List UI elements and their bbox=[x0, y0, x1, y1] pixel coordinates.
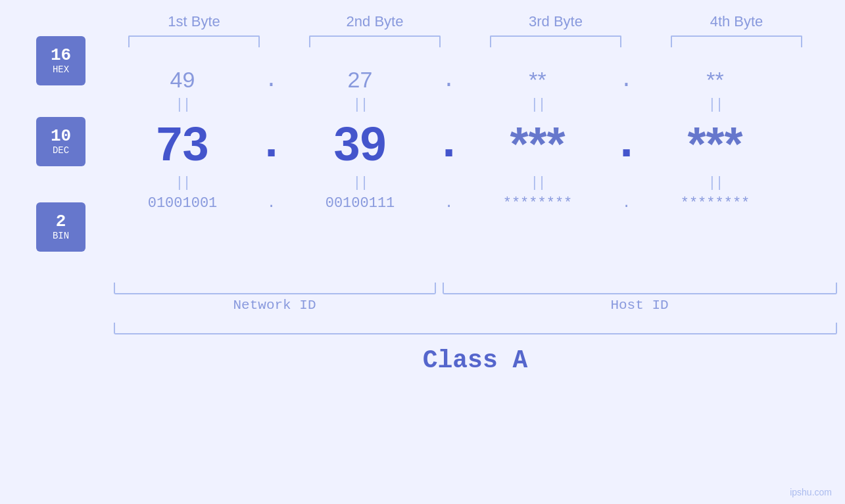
class-label: Class A bbox=[114, 341, 837, 380]
eq1-byte4: || bbox=[643, 97, 788, 113]
bin-dot2: . bbox=[433, 195, 466, 212]
dec-dot2: . bbox=[433, 117, 466, 171]
bin-dot3: . bbox=[610, 195, 643, 212]
byte3-header: 3rd Byte bbox=[483, 13, 628, 30]
hex-row: 49 . 27 . ** . ** bbox=[110, 67, 827, 93]
dec-row: 73 . 39 . *** . *** bbox=[110, 117, 827, 171]
host-id-label: Host ID bbox=[443, 298, 837, 313]
hex-badge-label: HEX bbox=[53, 64, 69, 75]
bin-byte3: ******** bbox=[466, 195, 610, 212]
hex-byte1: 49 bbox=[110, 67, 255, 93]
bin-badge-num: 2 bbox=[56, 212, 66, 231]
hex-byte2: 27 bbox=[288, 67, 433, 93]
eq1-byte1: || bbox=[110, 97, 255, 113]
badges-column: 16 HEX 10 DEC 2 BIN bbox=[18, 67, 104, 279]
hex-badge-num: 16 bbox=[51, 46, 71, 65]
bin-byte4: ******** bbox=[643, 195, 788, 212]
dec-dot1: . bbox=[255, 117, 288, 171]
dec-badge: 10 DEC bbox=[36, 117, 85, 166]
host-id-bracket bbox=[443, 283, 837, 294]
eq2-byte4: || bbox=[643, 175, 788, 191]
hex-dot2: . bbox=[433, 68, 466, 93]
values-area: 49 . 27 . ** . ** bbox=[104, 67, 827, 221]
top-brackets bbox=[104, 35, 827, 47]
bin-badge: 2 BIN bbox=[36, 202, 85, 252]
hex-badge: 16 HEX bbox=[36, 36, 85, 85]
bracket-byte3 bbox=[490, 35, 621, 47]
dec-badge-label: DEC bbox=[53, 145, 69, 156]
byte4-header: 4th Byte bbox=[664, 13, 809, 30]
hex-byte3: ** bbox=[466, 67, 610, 93]
network-id-label: Network ID bbox=[114, 298, 436, 313]
bin-row: 01001001 . 00100111 . ******** . bbox=[110, 195, 827, 212]
bin-dot1: . bbox=[255, 195, 288, 212]
dec-badge-num: 10 bbox=[51, 127, 71, 146]
network-id-bracket bbox=[114, 283, 436, 294]
byte2-header: 2nd Byte bbox=[302, 13, 447, 30]
dec-byte1: 73 bbox=[110, 120, 255, 168]
main-container: 1st Byte 2nd Byte 3rd Byte 4th Byte 16 H… bbox=[0, 0, 845, 504]
eq1-byte3: || bbox=[466, 97, 610, 113]
bin-badge-label: BIN bbox=[53, 231, 69, 241]
bracket-byte4 bbox=[671, 35, 802, 47]
hex-dot3: . bbox=[610, 68, 643, 93]
hex-byte4: ** bbox=[643, 67, 788, 93]
eq2-byte3: || bbox=[466, 175, 610, 191]
dec-dot3: . bbox=[610, 117, 643, 171]
eq-row-2: || || || || bbox=[110, 175, 827, 191]
byte1-header: 1st Byte bbox=[122, 13, 266, 30]
bin-byte1: 01001001 bbox=[110, 195, 255, 212]
watermark: ipshu.com bbox=[790, 487, 832, 497]
eq-row-1: || || || || bbox=[110, 97, 827, 113]
eq1-byte2: || bbox=[288, 97, 433, 113]
hex-dot1: . bbox=[255, 68, 288, 93]
byte-headers-row: 1st Byte 2nd Byte 3rd Byte 4th Byte bbox=[104, 13, 827, 30]
bracket-byte2 bbox=[309, 35, 441, 47]
dec-byte4: *** bbox=[643, 117, 788, 171]
dec-byte3: *** bbox=[466, 117, 610, 171]
bin-byte2: 00100111 bbox=[288, 195, 433, 212]
full-bottom-bracket bbox=[114, 323, 837, 334]
eq2-byte1: || bbox=[110, 175, 255, 191]
bracket-byte1 bbox=[128, 35, 260, 47]
dec-byte2: 39 bbox=[288, 120, 433, 168]
eq2-byte2: || bbox=[288, 175, 433, 191]
